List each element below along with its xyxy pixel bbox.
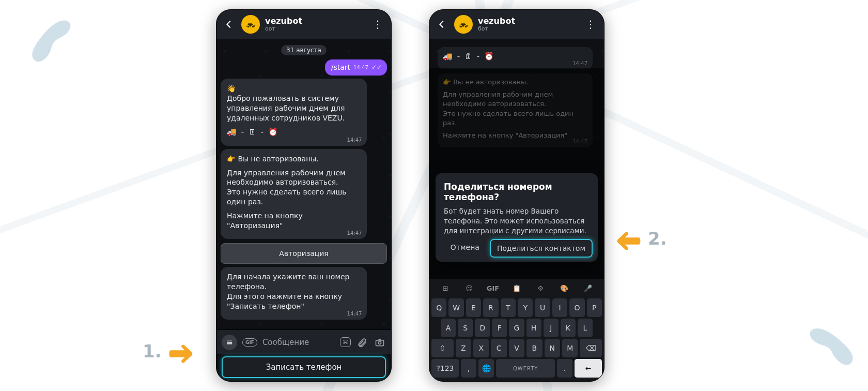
message-time: 14:47: [572, 60, 587, 67]
kb-tool-gif-icon[interactable]: GIF: [486, 282, 500, 294]
bot-avatar[interactable]: [454, 15, 473, 34]
message-time: 14:47: [347, 137, 362, 144]
keyboard-button-record-phone[interactable]: Записать телефон: [222, 356, 386, 378]
chat-subtitle: бот: [478, 26, 577, 32]
camera-icon[interactable]: [374, 336, 386, 349]
message-text: Нажмите на кнопку "Авторизация": [227, 212, 303, 230]
keyboard-tool-row: ⊞ ☺ GIF 📋 ⚙ 🎨 🎤: [431, 282, 602, 297]
keyboard-key[interactable]: O: [569, 298, 584, 317]
kb-tool-mic-icon[interactable]: 🎤: [581, 282, 595, 294]
message-in[interactable]: 👋 Добро пожаловать в систему управления …: [221, 79, 387, 146]
phone-handset-icon: [24, 13, 86, 76]
keyboard-key[interactable]: Z: [456, 339, 471, 357]
wave-icon: 👋: [227, 84, 236, 93]
keyboard-key[interactable]: S: [458, 319, 473, 337]
chat-header: vezubot оот ⋮: [216, 10, 391, 39]
svg-point-0: [247, 26, 250, 28]
chat-title[interactable]: vezubot: [265, 17, 364, 26]
kb-tool-grid-icon[interactable]: ⊞: [439, 282, 452, 294]
gif-icon[interactable]: GIF: [242, 338, 257, 347]
message-text: /start: [331, 63, 350, 72]
message-in[interactable]: 👉 Вы не авторизованы. Для управления раб…: [221, 149, 387, 239]
message-input[interactable]: Сообщение: [262, 338, 335, 347]
dialog-body: Бот будет знать номер Вашего телефона. Э…: [444, 206, 590, 236]
back-button[interactable]: [435, 17, 449, 32]
keyboard-key[interactable]: ,: [461, 359, 476, 378]
keyboard-key[interactable]: W: [448, 298, 463, 317]
kb-tool-emoji-icon[interactable]: ☺: [462, 282, 476, 294]
phone-handset-icon: [793, 314, 864, 386]
keyboard-key[interactable]: F: [492, 319, 507, 337]
keyboard-row: ⇧ZXCVBNM⌫: [431, 339, 602, 357]
step-pointer-1: 1.: [143, 336, 197, 366]
keyboard-key[interactable]: ?123: [431, 359, 459, 378]
keyboard-key[interactable]: P: [587, 298, 602, 317]
keyboard-key[interactable]: QWERTY: [496, 359, 554, 378]
message-in[interactable]: Для начала укажите ваш номер телефона. Д…: [221, 267, 387, 320]
keyboard-key[interactable]: K: [561, 319, 576, 337]
keyboard-key[interactable]: L: [578, 319, 593, 337]
keyboard-key[interactable]: C: [491, 339, 506, 357]
dialog-title: Поделиться номером телефона?: [444, 182, 590, 202]
keyboard-key[interactable]: 🌐: [478, 359, 494, 378]
message-text: Для начала укажите ваш номер телефона. Д…: [227, 273, 349, 310]
message-out[interactable]: /start 14:47 ✓✓: [221, 59, 387, 76]
message-time: 14:47: [347, 310, 362, 318]
keyboard-key[interactable]: D: [475, 319, 490, 337]
pointing-hand-icon: [613, 223, 643, 253]
svg-point-3: [378, 341, 381, 344]
keyboard-key[interactable]: J: [544, 319, 559, 337]
keyboard-row: QWERTYUIOP: [431, 298, 602, 317]
svg-point-4: [460, 26, 462, 28]
back-button[interactable]: [222, 17, 236, 32]
kb-tool-clipboard-icon[interactable]: 📋: [510, 282, 523, 294]
keyboard-key[interactable]: N: [545, 339, 560, 357]
date-separator: 31 августа: [221, 45, 387, 55]
bot-avatar[interactable]: [241, 15, 260, 34]
keyboard-key[interactable]: X: [473, 339, 489, 357]
keyboard-key[interactable]: V: [509, 339, 524, 357]
message-time: 14:47: [347, 230, 362, 237]
share-phone-dialog: Поделиться номером телефона? Бот будет з…: [436, 173, 598, 262]
more-menu-button[interactable]: ⋮: [582, 16, 599, 33]
commands-icon[interactable]: ⌘: [340, 337, 351, 347]
keyboard-key[interactable]: A: [441, 319, 456, 337]
keyboard-key[interactable]: ⌫: [580, 339, 602, 357]
chat-subtitle: оот: [265, 26, 364, 32]
kb-tool-settings-icon[interactable]: ⚙: [534, 282, 547, 294]
inline-button-auth[interactable]: Авторизация: [221, 243, 387, 264]
emoji-line: 🚚 - 🗓 - ⏰: [443, 52, 495, 61]
keyboard-row: ?123,🌐QWERTY.←: [431, 359, 602, 378]
keyboard-key[interactable]: B: [526, 339, 542, 357]
keyboard-key[interactable]: G: [509, 319, 524, 337]
keyboard-key[interactable]: U: [535, 298, 550, 317]
keyboard-key[interactable]: Y: [518, 298, 533, 317]
step-number: 1.: [143, 341, 162, 362]
message-composer: ≡ GIF Сообщение ⌘: [216, 329, 391, 354]
attach-icon[interactable]: [356, 336, 368, 349]
dialog-cancel-button[interactable]: Отмена: [444, 239, 486, 258]
dialog-share-contact-button[interactable]: Поделиться контактом: [490, 239, 593, 258]
kb-tool-theme-icon[interactable]: 🎨: [557, 282, 571, 294]
keyboard-key[interactable]: Q: [431, 298, 446, 317]
more-menu-button[interactable]: ⋮: [369, 16, 386, 33]
keyboard-key[interactable]: R: [483, 298, 498, 317]
keyboard-key[interactable]: E: [466, 298, 481, 317]
chat-title[interactable]: vezubot: [478, 17, 577, 26]
phone-screenshot-1: vezubot оот ⋮ 31 августа /start 14:47 ✓✓…: [216, 9, 392, 382]
keyboard-key[interactable]: ⇧: [431, 339, 454, 357]
keyboard-key[interactable]: T: [501, 298, 516, 317]
read-checks-icon: ✓✓: [371, 64, 382, 70]
software-keyboard: ⊞ ☺ GIF 📋 ⚙ 🎨 🎤 QWERTYUIOP ASDFGHJKL ⇧ZX…: [429, 279, 604, 381]
keyboard-key[interactable]: H: [526, 319, 541, 337]
menu-icon[interactable]: ≡: [222, 335, 237, 350]
step-pointer-2: 2.: [613, 223, 667, 253]
keyboard-key[interactable]: .: [557, 359, 572, 378]
keyboard-key[interactable]: I: [552, 298, 567, 317]
pointing-hand-icon: [167, 336, 197, 366]
step-number: 2.: [648, 228, 667, 249]
keyboard-key[interactable]: M: [562, 339, 578, 357]
message-text: Вы не авторизованы.: [238, 155, 318, 163]
keyboard-key[interactable]: ←: [575, 359, 602, 378]
svg-point-5: [465, 26, 467, 28]
